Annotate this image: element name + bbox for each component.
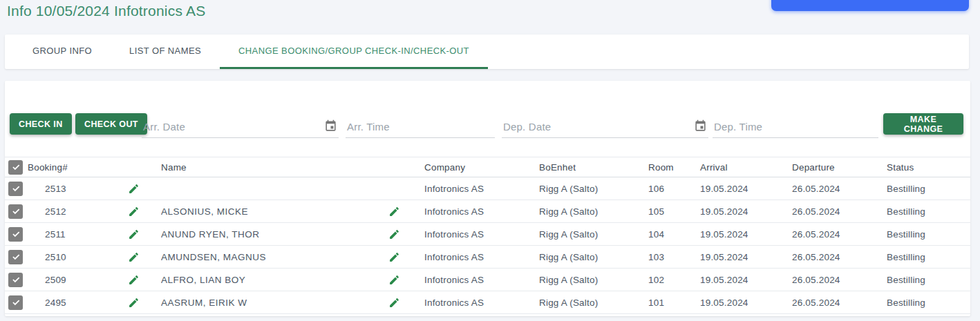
top-blue-button[interactable]	[771, 0, 969, 11]
company-cell: Infotronics AS	[418, 252, 533, 262]
col-company: Company	[418, 162, 533, 173]
status-cell: Bestilling	[880, 298, 970, 308]
edit-icon[interactable]	[388, 274, 400, 286]
main-card: CHECK IN CHECK OUT Arr. Date Arr. Time D…	[5, 81, 970, 316]
table-row: 2495 AASRUM, EIRIK W Infotronics AS Rigg…	[5, 291, 970, 314]
room-cell: 104	[642, 229, 694, 240]
guest-name: AASRUM, EIRIK W	[161, 298, 384, 308]
guest-name: ANUND RYEN, THOR	[161, 229, 384, 240]
company-cell: Infotronics AS	[418, 229, 533, 240]
table-row: 2513 Infotronics AS Rigg A (Salto) 106 1…	[5, 177, 970, 200]
arr-date-field[interactable]: Arr. Date	[142, 114, 339, 138]
table-row: 2510 AMUNDSEN, MAGNUS Infotronics AS Rig…	[5, 246, 970, 269]
status-cell: Bestilling	[880, 229, 970, 240]
edit-icon[interactable]	[128, 297, 140, 309]
col-status: Status	[880, 162, 970, 173]
dep-date-field[interactable]: Dep. Date	[502, 114, 708, 138]
col-arrival: Arrival	[694, 162, 786, 173]
booking-number: 2495	[28, 298, 128, 308]
calendar-icon[interactable]	[694, 119, 707, 133]
boenhet-cell: Rigg A (Salto)	[533, 184, 642, 194]
check-icon	[11, 275, 21, 284]
row-checkbox[interactable]	[8, 227, 23, 242]
boenhet-cell: Rigg A (Salto)	[533, 229, 642, 240]
col-booking: Booking#	[28, 162, 128, 173]
arr-date-placeholder: Arr. Date	[143, 121, 185, 133]
edit-icon[interactable]	[388, 251, 400, 263]
arr-time-placeholder: Arr. Time	[347, 121, 390, 133]
tab-bar: GROUP INFO LIST OF NAMES CHANGE BOOKING/…	[5, 35, 969, 69]
edit-icon[interactable]	[128, 206, 140, 217]
col-departure: Departure	[786, 162, 880, 173]
guest-name: ALFRO, LIAN BOY	[161, 275, 384, 285]
arrival-cell: 19.05.2024	[694, 298, 786, 308]
arrival-cell: 19.05.2024	[694, 229, 786, 240]
table-header: Booking# Name Company BoEnhet Room Arriv…	[5, 157, 970, 177]
tab-list-of-names[interactable]: LIST OF NAMES	[111, 35, 220, 69]
status-cell: Bestilling	[880, 275, 970, 285]
check-icon	[11, 298, 21, 307]
page-title: Info 10/05/2024 Infotronics AS	[7, 3, 205, 19]
check-icon	[11, 162, 21, 172]
row-checkbox[interactable]	[8, 273, 23, 287]
booking-number: 2513	[28, 184, 128, 194]
room-cell: 102	[642, 275, 694, 285]
edit-icon[interactable]	[388, 228, 400, 240]
edit-icon[interactable]	[128, 228, 140, 240]
check-out-button[interactable]: CHECK OUT	[75, 113, 147, 135]
departure-cell: 26.05.2024	[786, 252, 880, 262]
dep-time-placeholder: Dep. Time	[714, 121, 762, 133]
check-icon	[11, 229, 21, 239]
room-cell: 105	[642, 206, 694, 217]
edit-icon[interactable]	[388, 206, 400, 217]
dep-time-field[interactable]: Dep. Time	[713, 114, 878, 138]
company-cell: Infotronics AS	[418, 206, 533, 217]
company-cell: Infotronics AS	[418, 275, 533, 285]
check-icon	[11, 252, 21, 262]
arrival-cell: 19.05.2024	[694, 206, 786, 217]
boenhet-cell: Rigg A (Salto)	[533, 206, 642, 217]
room-cell: 106	[642, 184, 694, 194]
booking-number: 2511	[28, 229, 128, 240]
row-checkbox[interactable]	[8, 295, 23, 310]
make-change-button[interactable]: MAKE CHANGE	[883, 113, 963, 135]
row-checkbox[interactable]	[8, 250, 23, 264]
tab-group-info[interactable]: GROUP INFO	[14, 35, 111, 69]
arrival-cell: 19.05.2024	[694, 184, 786, 194]
status-cell: Bestilling	[880, 252, 970, 262]
guest-name: ALSONIUS, MICKE	[161, 206, 384, 217]
check-icon	[11, 184, 21, 193]
calendar-icon[interactable]	[324, 119, 337, 133]
edit-icon[interactable]	[128, 274, 140, 286]
check-icon	[11, 206, 21, 216]
booking-number: 2509	[28, 275, 128, 285]
boenhet-cell: Rigg A (Salto)	[533, 275, 642, 285]
room-cell: 103	[642, 252, 694, 262]
departure-cell: 26.05.2024	[786, 184, 880, 194]
col-name: Name	[161, 162, 384, 173]
arr-time-field[interactable]: Arr. Time	[346, 114, 495, 138]
room-cell: 101	[642, 298, 694, 308]
departure-cell: 26.05.2024	[786, 206, 880, 217]
select-all-checkbox[interactable]	[8, 160, 23, 175]
dep-date-placeholder: Dep. Date	[503, 121, 551, 133]
status-cell: Bestilling	[880, 184, 970, 194]
check-in-button[interactable]: CHECK IN	[10, 113, 72, 135]
departure-cell: 26.05.2024	[786, 229, 880, 240]
arrival-cell: 19.05.2024	[694, 275, 786, 285]
col-boenhet: BoEnhet	[533, 162, 642, 173]
edit-icon[interactable]	[128, 251, 140, 263]
guest-name: AMUNDSEN, MAGNUS	[161, 252, 384, 262]
boenhet-cell: Rigg A (Salto)	[533, 298, 642, 308]
edit-icon[interactable]	[128, 183, 140, 195]
row-checkbox[interactable]	[8, 204, 23, 219]
company-cell: Infotronics AS	[418, 298, 533, 308]
arrival-cell: 19.05.2024	[694, 252, 786, 262]
table-row: 2509 ALFRO, LIAN BOY Infotronics AS Rigg…	[5, 269, 970, 291]
booking-number: 2510	[28, 252, 128, 262]
table-body: 2513 Infotronics AS Rigg A (Salto) 106 1…	[5, 177, 970, 314]
booking-number: 2512	[28, 206, 128, 217]
row-checkbox[interactable]	[8, 182, 23, 196]
tab-change-booking[interactable]: CHANGE BOOKING/GROUP CHECK-IN/CHECK-OUT	[220, 35, 488, 69]
edit-icon[interactable]	[388, 297, 400, 309]
